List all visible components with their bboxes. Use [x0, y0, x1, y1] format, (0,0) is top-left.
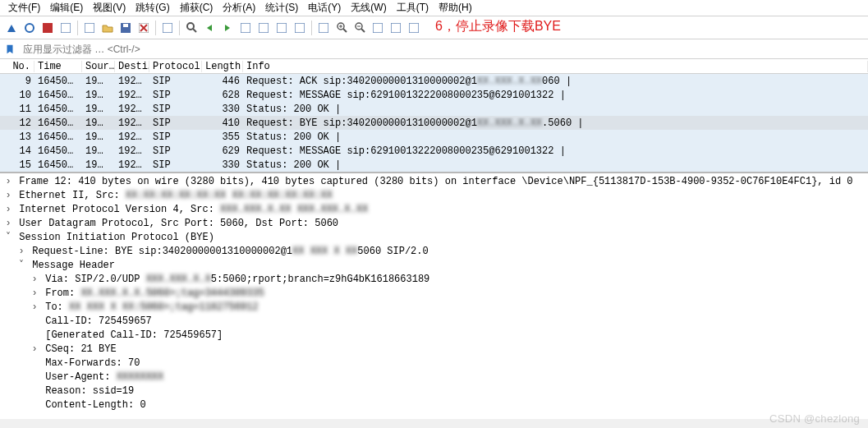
- autoscroll-icon[interactable]: [292, 20, 308, 36]
- tree-item[interactable]: Content-Length: 0: [3, 398, 868, 412]
- close-file-icon[interactable]: [135, 20, 152, 36]
- resize-cols-icon[interactable]: [406, 20, 422, 36]
- menu-item[interactable]: 帮助(H): [434, 1, 477, 15]
- colorize-icon[interactable]: [315, 20, 332, 36]
- menubar: 文件(F)编辑(E)视图(V)跳转(G)捕获(C)分析(A)统计(S)电话(Y)…: [0, 0, 868, 16]
- zoom-actual-icon[interactable]: [370, 20, 386, 36]
- svg-rect-24: [373, 23, 383, 33]
- tree-item[interactable]: › Frame 12: 410 bytes on wire (3280 bits…: [3, 175, 868, 189]
- menu-item[interactable]: 工具(T): [392, 1, 434, 15]
- arrow-right-icon[interactable]: [219, 20, 236, 36]
- save-icon[interactable]: [117, 20, 134, 36]
- zoom-in-icon[interactable]: [333, 20, 350, 36]
- table-row[interactable]: 1516450…19…192…SIP330Status: 200 OK |: [0, 158, 868, 172]
- tree-item[interactable]: › To: XX XXX X XX:5060>;tag=1182756912: [3, 301, 868, 315]
- bookmark-icon[interactable]: [0, 39, 20, 59]
- gear-icon[interactable]: [81, 20, 98, 36]
- packet-list: No. Time Sour… Desti… Protocol Length In…: [0, 59, 868, 172]
- col-info[interactable]: Info: [243, 61, 868, 72]
- table-row[interactable]: 916450…19…192…SIP446Request: ACK sip:340…: [0, 74, 868, 88]
- svg-line-11: [193, 29, 196, 32]
- table-row[interactable]: 1316450…19…192…SIP355Status: 200 OK |: [0, 130, 868, 144]
- table-row[interactable]: 1216450…19…192…SIP410Request: BYE sip:34…: [0, 116, 868, 130]
- tree-item[interactable]: › CSeq: 21 BYE: [3, 343, 868, 357]
- svg-line-20: [343, 29, 347, 32]
- table-row[interactable]: 1016450…19…192…SIP628Request: MESSAGE si…: [0, 88, 868, 102]
- col-src[interactable]: Sour…: [82, 61, 115, 72]
- tree-item[interactable]: User-Agent: XXXXXXXX: [3, 370, 868, 384]
- svg-rect-16: [319, 23, 328, 33]
- folder-open-icon[interactable]: [99, 20, 116, 36]
- menu-item[interactable]: 文件(F): [3, 1, 45, 15]
- tree-item[interactable]: Call-ID: 725459657: [3, 315, 868, 329]
- svg-rect-15: [295, 23, 305, 33]
- svg-rect-3: [85, 23, 94, 33]
- svg-rect-25: [391, 23, 401, 33]
- tree-item[interactable]: Max-Forwards: 70: [3, 357, 868, 370]
- shark-fin-icon[interactable]: [3, 20, 20, 36]
- svg-rect-14: [277, 23, 287, 33]
- tree-item[interactable]: › Via: SIP/2.0/UDP XXX.XXX.X.X5:5060;rpo…: [3, 273, 868, 287]
- col-no[interactable]: No.: [0, 61, 34, 72]
- arrow-left-icon[interactable]: [201, 20, 218, 36]
- table-row[interactable]: 1416450…19…192…SIP629Request: MESSAGE si…: [0, 144, 868, 158]
- goto-first-icon[interactable]: [255, 20, 272, 36]
- display-filter-input[interactable]: [20, 40, 868, 58]
- svg-point-0: [25, 24, 34, 32]
- tree-item[interactable]: Reason: ssid=19: [3, 384, 868, 398]
- menu-item[interactable]: 无线(W): [346, 1, 391, 15]
- tree-item[interactable]: › Ethernet II, Src: XX:XX:XX:XX:XX:XX XX…: [3, 189, 868, 203]
- annotation-text: 6，停止录像下载BYE: [435, 18, 561, 35]
- svg-rect-2: [61, 23, 71, 33]
- zoom-out-icon[interactable]: [351, 20, 368, 36]
- svg-rect-26: [409, 23, 419, 33]
- menu-item[interactable]: 编辑(E): [45, 1, 88, 15]
- goto-last-icon[interactable]: [273, 20, 290, 36]
- stop-icon[interactable]: [39, 20, 56, 36]
- tree-item[interactable]: › Internet Protocol Version 4, Src: XXX.…: [3, 203, 868, 217]
- svg-rect-1: [43, 23, 53, 33]
- packet-details: › Frame 12: 410 bytes on wire (3280 bits…: [0, 172, 868, 419]
- reload-icon[interactable]: [159, 20, 176, 36]
- menu-item[interactable]: 分析(A): [218, 1, 260, 15]
- svg-rect-5: [123, 24, 128, 27]
- zoom-fit-icon[interactable]: [388, 20, 404, 36]
- packet-list-header: No. Time Sour… Desti… Protocol Length In…: [0, 59, 868, 74]
- svg-rect-9: [163, 23, 172, 33]
- tree-item[interactable]: › From: XX.XXX.X.X.5060>;tag=3444309335: [3, 287, 868, 301]
- menu-item[interactable]: 视图(V): [88, 1, 131, 15]
- tree-item[interactable]: › User Datagram Protocol, Src Port: 5060…: [3, 217, 868, 231]
- jump-icon[interactable]: [237, 20, 254, 36]
- svg-rect-12: [241, 23, 250, 33]
- tree-item[interactable]: › Request-Line: BYE sip:3402000000131000…: [3, 245, 868, 259]
- tree-item[interactable]: [Generated Call-ID: 725459657]: [3, 329, 868, 343]
- menu-item[interactable]: 电话(Y): [303, 1, 346, 15]
- col-len[interactable]: Length: [202, 61, 243, 72]
- svg-line-23: [361, 29, 365, 32]
- menu-item[interactable]: 捕获(C): [175, 1, 218, 15]
- svg-point-10: [187, 23, 194, 30]
- display-filter-row: [0, 39, 868, 59]
- tree-item[interactable]: ˅ Message Header: [3, 259, 868, 273]
- menu-item[interactable]: 统计(S): [260, 1, 303, 15]
- col-proto[interactable]: Protocol: [149, 61, 202, 72]
- table-row[interactable]: 1116450…19…192…SIP330Status: 200 OK |: [0, 102, 868, 116]
- col-time[interactable]: Time: [34, 61, 82, 72]
- toolbar: 6，停止录像下载BYE: [0, 16, 868, 39]
- svg-rect-13: [259, 23, 269, 33]
- restart-icon[interactable]: [57, 20, 74, 36]
- find-icon[interactable]: [183, 20, 200, 36]
- col-dst[interactable]: Desti…: [115, 61, 149, 72]
- tree-item[interactable]: ˅ Session Initiation Protocol (BYE): [3, 231, 868, 245]
- circle-icon[interactable]: [21, 20, 38, 36]
- menu-item[interactable]: 跳转(G): [131, 1, 174, 15]
